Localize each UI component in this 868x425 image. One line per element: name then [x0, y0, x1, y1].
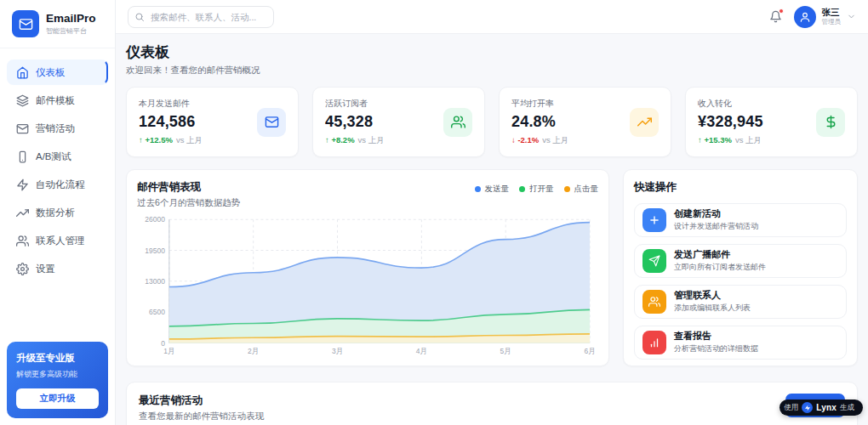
sidebar-item-ab-test[interactable]: A/B测试	[7, 144, 108, 169]
stat-card-subscribers: 活跃订阅者 45,328 ↑ +8.2% vs 上月	[312, 87, 485, 157]
search-box	[128, 6, 274, 28]
user-name: 张三	[822, 7, 842, 18]
sidebar-item-dashboard[interactable]: 仪表板	[7, 60, 108, 85]
sidebar-item-label: 联系人管理	[36, 235, 85, 247]
legend-item-clicks[interactable]: 点击量	[564, 184, 599, 195]
send-icon	[642, 249, 666, 273]
sidebar-item-label: 仪表板	[36, 66, 66, 79]
svg-text:6500: 6500	[149, 308, 165, 316]
content: 仪表板 欢迎回来！查看您的邮件营销概况 本月发送邮件 124,586 ↑ +12…	[116, 34, 868, 425]
sidebar-item-label: 设置	[36, 263, 55, 275]
sidebar-item-label: 邮件模板	[36, 94, 75, 107]
sidebar-item-label: 数据分析	[36, 207, 75, 219]
svg-text:2月: 2月	[248, 347, 259, 355]
chevron-down-icon	[847, 12, 856, 21]
stat-value: 24.8%	[511, 113, 568, 131]
app-window: EmailPro 智能营销平台 仪表板 邮件模板 营销活动 A/B测试	[0, 0, 868, 425]
stat-cards: 本月发送邮件 124,586 ↑ +12.5% vs 上月 活跃订阅者	[126, 87, 858, 157]
search-icon	[134, 12, 145, 22]
layers-icon	[16, 94, 29, 107]
sidebar-item-automation[interactable]: 自动化流程	[7, 172, 108, 197]
upgrade-title: 升级至专业版	[16, 352, 99, 365]
stat-value: 124,586	[139, 113, 203, 131]
page-title: 仪表板	[126, 42, 858, 62]
svg-text:6月: 6月	[584, 347, 595, 355]
notification-bell-icon[interactable]	[769, 10, 782, 23]
home-icon	[16, 66, 29, 79]
stat-label: 活跃订阅者	[325, 98, 385, 110]
upgrade-card: 升级至专业版 解锁更多高级功能 立即升级	[7, 342, 108, 418]
quick-action-manage-contacts[interactable]: 管理联系人 添加或编辑联系人列表	[634, 285, 847, 319]
svg-text:3月: 3月	[332, 347, 343, 355]
sidebar-item-templates[interactable]: 邮件模板	[7, 88, 108, 113]
users-icon	[642, 290, 666, 314]
user-role: 管理员	[822, 18, 842, 26]
performance-chart-card: 邮件营销表现 过去6个月的营销数据趋势 发送量 打开量	[126, 169, 609, 366]
users-icon	[443, 108, 472, 137]
legend-dot	[564, 186, 570, 192]
chart-legend: 发送量 打开量 点击量	[475, 184, 599, 195]
brand: EmailPro 智能营销平台	[0, 0, 115, 48]
quick-actions-card: 快速操作 创建新活动 设计并发送邮件营销活动	[623, 169, 858, 366]
lynx-bolt-icon	[802, 402, 813, 413]
chart-title: 邮件营销表现	[137, 180, 240, 195]
avatar	[794, 6, 816, 28]
main-column: 张三 管理员 仪表板 欢迎回来！查看您的邮件营销概况 本月发送邮件 124,5	[116, 0, 868, 425]
sidebar-nav: 仪表板 邮件模板 营销活动 A/B测试 自动化流程 数据分析	[0, 48, 115, 281]
gear-icon	[16, 263, 29, 275]
stat-value: 45,328	[325, 113, 385, 131]
sidebar-item-contacts[interactable]: 联系人管理	[7, 228, 108, 253]
mail-icon	[257, 108, 286, 137]
brand-logo-mail-icon	[12, 10, 39, 37]
svg-text:4月: 4月	[416, 347, 427, 355]
svg-text:1月: 1月	[163, 347, 174, 355]
sidebar-item-analytics[interactable]: 数据分析	[7, 200, 108, 225]
search-input[interactable]	[128, 6, 274, 28]
stat-card-revenue: 收入转化 ¥328,945 ↑ +15.3% vs 上月	[685, 87, 858, 157]
recent-campaigns-card: 最近营销活动 查看您最新的邮件营销活动表现 查看全部 活动名称 状态 发送量 打…	[126, 382, 858, 425]
quick-actions-title: 快速操作	[634, 180, 847, 195]
stat-card-open-rate: 平均打开率 24.8% ↓ -2.1% vs 上月	[499, 87, 671, 157]
middle-row: 邮件营销表现 过去6个月的营销数据趋势 发送量 打开量	[126, 169, 858, 366]
stat-delta: ↑ +12.5% vs 上月	[139, 135, 203, 146]
legend-dot	[475, 186, 481, 192]
page-subtitle: 欢迎回来！查看您的邮件营销概况	[126, 65, 858, 76]
topbar-right: 张三 管理员	[769, 6, 857, 28]
bar-chart-icon	[642, 331, 666, 354]
stat-delta: ↑ +8.2% vs 上月	[325, 135, 385, 146]
topbar: 张三 管理员	[116, 0, 868, 34]
upgrade-button[interactable]: 立即升级	[16, 388, 99, 409]
sidebar-item-campaigns[interactable]: 营销活动	[7, 116, 108, 141]
stat-delta: ↑ +15.3% vs 上月	[698, 135, 763, 146]
stat-label: 本月发送邮件	[139, 98, 203, 110]
quick-action-broadcast[interactable]: 发送广播邮件 立即向所有订阅者发送邮件	[634, 244, 847, 278]
stat-delta: ↓ -2.1% vs 上月	[511, 135, 568, 146]
chart-subtitle: 过去6个月的营销数据趋势	[137, 197, 240, 209]
notification-dot	[779, 8, 784, 14]
plus-icon	[642, 208, 666, 232]
user-menu[interactable]: 张三 管理员	[794, 6, 857, 28]
users-icon	[16, 235, 29, 247]
stat-label: 平均打开率	[511, 98, 568, 110]
dollar-icon	[816, 108, 845, 137]
legend-item-opens[interactable]: 打开量	[519, 184, 554, 195]
quick-action-view-reports[interactable]: 查看报告 分析营销活动的详细数据	[634, 326, 847, 360]
svg-text:19500: 19500	[145, 246, 165, 254]
smartphone-icon	[16, 150, 29, 163]
legend-item-sent[interactable]: 发送量	[475, 184, 510, 195]
sidebar: EmailPro 智能营销平台 仪表板 邮件模板 营销活动 A/B测试	[0, 0, 116, 425]
svg-text:13000: 13000	[145, 277, 165, 286]
stat-label: 收入转化	[698, 98, 763, 110]
area-chart: 065001300019500260001月2月3月4月5月6月	[137, 214, 598, 357]
brand-tagline: 智能营销平台	[46, 26, 96, 36]
made-with-lynx-badge[interactable]: 使用 Lynx 生成	[779, 400, 863, 416]
sidebar-item-label: 营销活动	[36, 122, 75, 135]
svg-text:26000: 26000	[145, 215, 165, 224]
mail-icon	[16, 122, 29, 135]
sidebar-item-label: 自动化流程	[36, 178, 85, 191]
trending-up-icon	[16, 207, 29, 219]
legend-dot	[519, 186, 525, 192]
quick-action-create-campaign[interactable]: 创建新活动 设计并发送邮件营销活动	[634, 203, 847, 237]
stat-card-emails-sent: 本月发送邮件 124,586 ↑ +12.5% vs 上月	[126, 87, 299, 157]
sidebar-item-settings[interactable]: 设置	[7, 256, 108, 281]
